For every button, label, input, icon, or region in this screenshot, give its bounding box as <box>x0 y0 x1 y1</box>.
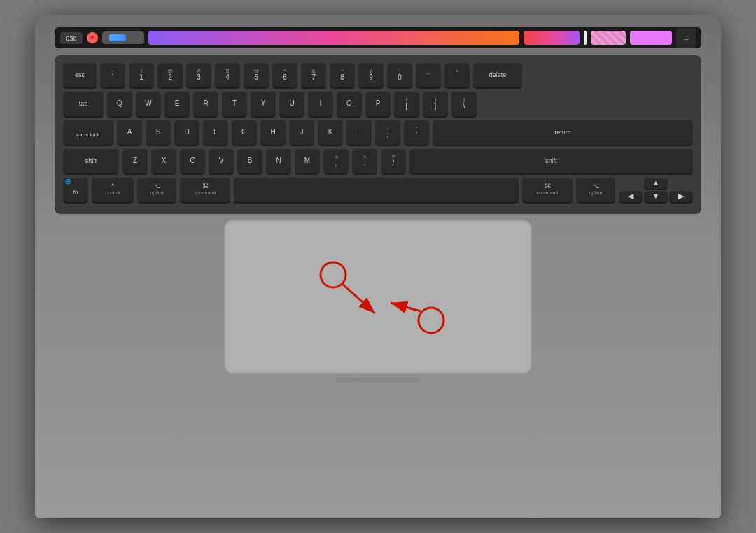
key-delete[interactable]: delete <box>473 62 522 87</box>
key-6[interactable]: ^6 <box>272 62 298 87</box>
key-2[interactable]: @2 <box>158 62 183 87</box>
gesture-arrow-1 <box>342 284 375 313</box>
key-arrow-left[interactable]: ◀ <box>619 190 643 202</box>
key-w[interactable]: W <box>136 91 161 116</box>
key-arrow-down[interactable]: ▼ <box>644 190 668 202</box>
key-q[interactable]: Q <box>107 91 132 116</box>
key-9[interactable]: (9 <box>358 62 384 87</box>
key-slash[interactable]: ?/ <box>381 148 406 173</box>
key-s[interactable]: S <box>146 120 171 145</box>
key-control[interactable]: ^ control <box>92 177 134 202</box>
keyboard-area: esc ~` !1 @2 #3 $4 %5 ^6 &7 *8 (9 )0 _- … <box>55 55 701 214</box>
key-4[interactable]: $4 <box>215 62 240 87</box>
key-option-left[interactable]: ⌥ option <box>137 177 176 202</box>
key-c[interactable]: C <box>180 148 205 173</box>
key-shift-left[interactable]: shift <box>63 148 119 173</box>
key-command-right[interactable]: ⌘ command <box>522 177 573 202</box>
key-equals[interactable]: += <box>444 62 470 87</box>
key-v[interactable]: V <box>209 148 234 173</box>
key-period[interactable]: >. <box>352 148 377 173</box>
key-esc[interactable]: esc <box>63 62 97 87</box>
tb-gradient2 <box>524 31 580 45</box>
key-7[interactable]: &7 <box>301 62 326 87</box>
tb-close-button[interactable]: ✕ <box>87 32 98 43</box>
key-backslash[interactable]: |\ <box>451 91 477 116</box>
key-n[interactable]: N <box>266 148 291 173</box>
notch-bar <box>336 378 420 382</box>
tb-white-bar <box>584 31 587 45</box>
asdf-row: ·caps lock A S D F G H J K L :; "' retur… <box>63 120 693 145</box>
key-3[interactable]: #3 <box>186 62 211 87</box>
gesture-svg <box>225 220 533 374</box>
key-tilde[interactable]: ~` <box>100 62 125 87</box>
key-fn[interactable]: 🌐 fn <box>63 177 88 202</box>
key-o[interactable]: O <box>337 91 362 116</box>
key-semicolon[interactable]: :; <box>375 120 400 145</box>
key-arrow-up[interactable]: ▲ <box>644 177 668 189</box>
esc-key[interactable]: esc <box>60 32 83 44</box>
key-quote[interactable]: "' <box>404 120 429 145</box>
gesture-circle-1 <box>321 262 346 287</box>
key-tab[interactable]: tab <box>63 91 104 116</box>
key-i[interactable]: I <box>308 91 333 116</box>
key-r[interactable]: R <box>193 91 218 116</box>
key-minus[interactable]: _- <box>416 62 441 87</box>
gesture-arrow-2 <box>391 303 421 311</box>
bottom-notch <box>55 378 701 382</box>
key-m[interactable]: M <box>295 148 320 173</box>
key-8[interactable]: *8 <box>330 62 355 87</box>
tb-settings-button[interactable] <box>676 28 696 48</box>
bottom-row: 🌐 fn ^ control ⌥ option ⌘ command ⌘ comm… <box>63 177 693 202</box>
key-p[interactable]: P <box>365 91 391 116</box>
key-return[interactable]: return <box>433 120 693 145</box>
touch-bar: esc ✕ <box>55 27 701 48</box>
key-caps-lock[interactable]: ·caps lock <box>63 120 113 145</box>
key-f[interactable]: F <box>203 120 228 145</box>
key-spacebar[interactable] <box>234 177 519 202</box>
key-rbracket[interactable]: }] <box>423 91 448 116</box>
key-comma[interactable]: <, <box>323 148 349 173</box>
key-y[interactable]: Y <box>251 91 276 116</box>
key-b[interactable]: B <box>237 148 262 173</box>
key-shift-right[interactable]: shift <box>410 148 693 173</box>
key-j[interactable]: J <box>289 120 314 145</box>
key-arrow-right[interactable]: ▶ <box>669 190 693 202</box>
key-t[interactable]: T <box>222 91 247 116</box>
tb-gradient1 <box>148 31 519 45</box>
number-row: esc ~` !1 @2 #3 $4 %5 ^6 &7 *8 (9 )0 _- … <box>63 62 693 87</box>
key-u[interactable]: U <box>279 91 304 116</box>
tb-checker <box>591 31 626 45</box>
key-1[interactable]: !1 <box>129 62 154 87</box>
trackpad[interactable] <box>224 220 532 374</box>
key-lbracket[interactable]: {[ <box>394 91 419 116</box>
key-command-left[interactable]: ⌘ command <box>180 177 230 202</box>
key-h[interactable]: H <box>260 120 286 145</box>
tb-slider[interactable] <box>102 31 144 44</box>
laptop-body: esc ✕ esc ~` !1 @2 #3 $4 %5 ^6 &7 *8 (9 … <box>35 15 721 518</box>
key-x[interactable]: X <box>151 148 176 173</box>
key-option-right[interactable]: ⌥ option <box>576 177 615 202</box>
key-d[interactable]: D <box>174 120 200 145</box>
key-e[interactable]: E <box>164 91 190 116</box>
gesture-circle-2 <box>419 308 444 333</box>
trackpad-section <box>55 220 701 374</box>
key-z[interactable]: Z <box>122 148 148 173</box>
tb-pink <box>630 31 672 45</box>
key-k[interactable]: K <box>318 120 343 145</box>
key-l[interactable]: L <box>346 120 372 145</box>
key-g[interactable]: G <box>232 120 257 145</box>
qwerty-row: tab Q W E R T Y U I O P {[ }] |\ <box>63 91 693 116</box>
key-5[interactable]: %5 <box>244 62 269 87</box>
key-0[interactable]: )0 <box>387 62 412 87</box>
zxcv-row: shift Z X C V B N M <, >. ?/ shift <box>63 148 693 173</box>
key-a[interactable]: A <box>117 120 142 145</box>
